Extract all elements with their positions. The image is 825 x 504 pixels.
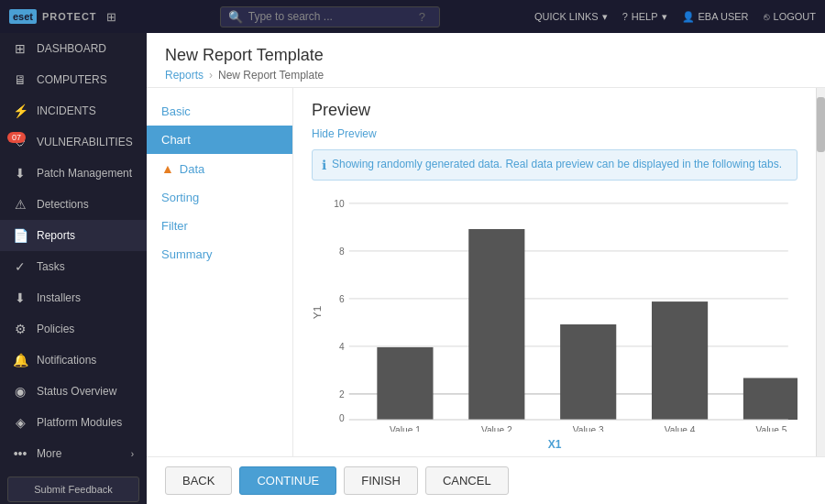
tasks-icon: ✓ (13, 259, 28, 274)
footer-buttons: BACK CONTINUE FINISH CANCEL (147, 456, 825, 504)
sidebar-item-platform-modules[interactable]: ◈ Platform Modules (0, 407, 147, 438)
sidebar-item-computers[interactable]: 🖥 COMPUTERS (0, 64, 147, 95)
warning-icon: ▲ (161, 161, 174, 176)
sidebar-item-policies[interactable]: ⚙ Policies (0, 313, 147, 345)
nav-item-summary[interactable]: Summary (147, 240, 292, 268)
notifications-icon: 🔔 (13, 353, 28, 367)
vuln-badge: 07 (7, 132, 26, 143)
svg-text:Value 2: Value 2 (481, 424, 512, 432)
chart-x-label: X1 (312, 438, 798, 451)
policies-icon: ⚙ (13, 322, 28, 336)
nav-item-chart[interactable]: Chart (147, 126, 292, 154)
sidebar-item-installers[interactable]: ⬇ Installers (0, 282, 147, 313)
quick-links-chevron: ▾ (602, 11, 608, 23)
more-icon: ••• (13, 446, 28, 461)
sidebar-item-vulnerabilities[interactable]: 07 🛡 VULNERABILITIES (0, 126, 147, 158)
finish-button[interactable]: FINISH (344, 466, 418, 495)
sidebar-item-label: VULNERABILITIES (37, 136, 133, 148)
nav-filter-label: Filter (161, 219, 188, 233)
nav-data-label: Data (180, 162, 204, 176)
scrollbar-thumb[interactable] (817, 97, 825, 152)
topbar-right: QUICK LINKS ▾ ? HELP ▾ 👤 EBA USER ⎋ LOGO… (534, 11, 816, 23)
sidebar-item-label: Patch Management (37, 167, 132, 180)
logout-button[interactable]: ⎋ LOGOUT (764, 11, 816, 22)
sidebar: ⊞ DASHBOARD 🖥 COMPUTERS ⚡ INCIDENTS 07 🛡… (0, 33, 147, 504)
detections-icon: ⚠ (13, 197, 28, 212)
back-button[interactable]: BACK (165, 466, 232, 495)
sidebar-item-label: Notifications (37, 354, 96, 367)
sidebar-item-label: Policies (37, 323, 74, 335)
patch-icon: ⬇ (13, 166, 28, 181)
preview-title: Preview (312, 101, 798, 120)
sidebar-item-dashboard[interactable]: ⊞ DASHBOARD (0, 33, 147, 64)
user-menu[interactable]: 👤 EBA USER (682, 11, 749, 23)
nav-item-data[interactable]: ▲ Data (147, 154, 292, 183)
incidents-icon: ⚡ (13, 104, 28, 118)
search-box[interactable]: 🔍 ? (220, 6, 440, 27)
sidebar-item-tasks[interactable]: ✓ Tasks (0, 251, 147, 282)
search-input[interactable] (248, 10, 413, 23)
logo-box: eset (9, 9, 37, 24)
sidebar-item-detections[interactable]: ⚠ Detections (0, 189, 147, 220)
hide-preview-link[interactable]: Hide Preview (312, 127, 798, 140)
nav-basic-label: Basic (161, 104, 191, 118)
svg-text:Y1: Y1 (313, 306, 324, 320)
info-icon: ℹ (322, 158, 326, 172)
quick-links[interactable]: QUICK LINKS ▾ (534, 11, 608, 23)
nav-chart-label: Chart (161, 133, 191, 147)
dashboard-icon: ⊞ (13, 41, 28, 56)
sidebar-bottom: Submit Feedback ◀ COLLAPSE (0, 469, 147, 504)
sidebar-item-label: Platform Modules (37, 416, 122, 429)
nav-item-sorting[interactable]: Sorting (147, 183, 292, 212)
sidebar-item-label: Tasks (37, 260, 65, 273)
svg-text:0: 0 (339, 412, 345, 423)
breadcrumb-parent[interactable]: Reports (165, 69, 204, 82)
sidebar-item-notifications[interactable]: 🔔 Notifications (0, 345, 147, 376)
bar-value4 (652, 301, 708, 420)
user-icon: 👤 (682, 11, 695, 23)
two-col-layout: Basic Chart ▲ Data Sorting Filter Summar… (147, 88, 825, 456)
quick-links-label: QUICK LINKS (534, 11, 599, 22)
sidebar-item-reports[interactable]: 📄 Reports (0, 220, 147, 251)
sidebar-item-label: INCIDENTS (37, 104, 96, 117)
protect-label: PROTECT (42, 11, 97, 22)
nav-summary-label: Summary (161, 247, 213, 261)
sidebar-item-patch-management[interactable]: ⬇ Patch Management (0, 158, 147, 189)
breadcrumb-current: New Report Template (218, 69, 324, 82)
svg-text:Value 5: Value 5 (756, 424, 787, 432)
preview-area: Preview Hide Preview ℹ Showing randomly … (293, 88, 816, 456)
logo: eset PROTECT (9, 9, 97, 24)
scrollbar[interactable] (816, 88, 825, 456)
sidebar-item-incidents[interactable]: ⚡ INCIDENTS (0, 95, 147, 126)
svg-text:10: 10 (334, 198, 344, 209)
sidebar-item-label: Status Overview (37, 385, 116, 398)
grid-icon[interactable]: ⊞ (106, 10, 116, 24)
logout-icon: ⎋ (764, 11, 770, 22)
nav-item-filter[interactable]: Filter (147, 212, 292, 240)
bar-value3 (560, 324, 616, 420)
user-label: EBA USER (698, 11, 749, 22)
svg-text:Value 4: Value 4 (665, 424, 696, 432)
topbar: eset PROTECT ⊞ 🔍 ? QUICK LINKS ▾ ? HELP … (0, 0, 825, 33)
nav-item-basic[interactable]: Basic (147, 97, 292, 126)
main-layout: ⊞ DASHBOARD 🖥 COMPUTERS ⚡ INCIDENTS 07 🛡… (0, 33, 825, 504)
logout-label: LOGOUT (774, 11, 816, 22)
svg-text:Value 3: Value 3 (573, 424, 604, 432)
svg-text:6: 6 (339, 293, 345, 304)
sidebar-item-status-overview[interactable]: ◉ Status Overview (0, 376, 147, 407)
submit-feedback-button[interactable]: Submit Feedback (7, 477, 139, 502)
help-circle-icon: ? (419, 10, 425, 24)
sidebar-item-more[interactable]: ••• More › (0, 438, 147, 469)
sidebar-item-label: Detections (37, 198, 89, 211)
reports-icon: 📄 (13, 228, 28, 243)
help-label: HELP (632, 11, 658, 22)
chart-container: 10 8 6 4 2 0 Y1 (312, 193, 798, 450)
cancel-button[interactable]: CANCEL (425, 466, 509, 495)
continue-button[interactable]: CONTINUE (239, 466, 336, 495)
breadcrumb-separator: › (209, 69, 213, 82)
bar-value1 (377, 347, 433, 420)
installers-icon: ⬇ (13, 290, 28, 305)
help-menu[interactable]: ? HELP ▾ (622, 11, 667, 23)
svg-text:2: 2 (339, 389, 345, 400)
status-icon: ◉ (13, 384, 28, 399)
